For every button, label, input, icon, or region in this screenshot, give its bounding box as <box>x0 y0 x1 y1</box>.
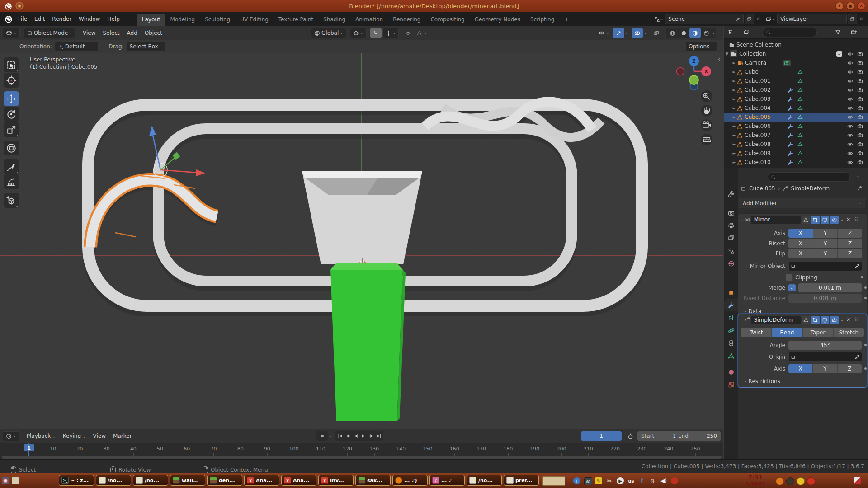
outliner-filter-dropdown[interactable]: ⌄ <box>832 28 848 37</box>
jump-to-end-button[interactable] <box>375 432 382 440</box>
launcher-file-icon[interactable] <box>12 477 19 484</box>
timeline-menu-playback[interactable]: Playback ⌄ <box>23 431 59 441</box>
taskbar-button-12[interactable]: /ho... <box>467 475 502 486</box>
breadcrumb-pin-icon[interactable] <box>857 184 863 191</box>
bisect-distance-field[interactable]: 0.001 m <box>788 294 862 303</box>
xray-toggle[interactable] <box>651 28 662 38</box>
deform-axis-x[interactable]: X <box>788 364 813 373</box>
taskbar-button-2[interactable]: /ho... <box>96 475 131 486</box>
render-toggle[interactable] <box>830 316 839 324</box>
scene-selector[interactable]: ⌄ Scene ✕ <box>654 14 763 24</box>
screenshot-icon[interactable]: ◎ <box>584 477 592 485</box>
tab-physics[interactable] <box>724 324 738 336</box>
gizmos-dropdown[interactable]: ⌄ <box>625 31 628 35</box>
menu-help[interactable]: Help <box>104 14 123 24</box>
play-button[interactable] <box>359 432 367 440</box>
viewport-canvas[interactable]: Z X ‹ <box>0 53 723 429</box>
keying-dropdown[interactable]: ⌄ <box>329 434 332 438</box>
mirror-flip-x[interactable]: X <box>788 249 813 258</box>
tab-object[interactable] <box>724 286 738 298</box>
tool-scale[interactable] <box>4 122 19 137</box>
outliner-item-cube.007[interactable]: ►Cube.007 <box>724 131 868 140</box>
play-icon[interactable]: ▶ <box>617 477 624 484</box>
session-icon[interactable] <box>776 477 784 485</box>
minimize-button[interactable]: ▾ <box>835 2 844 10</box>
bluetooth-icon[interactable]: ᛒ <box>638 477 646 484</box>
modifier-extras-dropdown[interactable]: ⌄ <box>840 218 844 222</box>
taskbar-button-1[interactable]: >_~ : z... <box>59 475 94 486</box>
network-icon[interactable]: ⇅ <box>649 477 656 484</box>
overlays-dropdown[interactable]: ⌄ <box>644 31 647 35</box>
collapse-arrow[interactable]: ⌄ <box>740 218 743 222</box>
unlink-scene-icon[interactable]: ✕ <box>756 16 760 22</box>
new-scene-button[interactable] <box>745 14 754 24</box>
show-in-editmode-off-toggle[interactable] <box>802 316 810 324</box>
tool-cursor[interactable] <box>4 73 19 88</box>
properties-options-dropdown[interactable]: ⌄ <box>856 174 859 178</box>
play-reverse-button[interactable] <box>352 432 359 440</box>
tab-constraints[interactable] <box>724 337 738 349</box>
outliner-item-cube.008[interactable]: ►Cube.008 <box>724 140 868 149</box>
tab-world[interactable] <box>724 258 738 269</box>
tool-select-box[interactable] <box>4 57 19 72</box>
playhead-frame-badge[interactable]: 1 <box>24 444 34 451</box>
taskbar-button-5[interactable]: den... <box>207 475 242 486</box>
deform-axis-z[interactable]: Z <box>838 364 862 373</box>
keyboard-layout[interactable]: us <box>627 477 635 484</box>
tab-compositing[interactable]: Compositing <box>425 14 469 26</box>
tab-sculpting[interactable]: Sculpting <box>200 14 235 26</box>
mirror-flip-y[interactable]: Y <box>813 249 838 258</box>
previous-keyframe-button[interactable] <box>344 432 352 440</box>
outliner-item-cube.009[interactable]: ►Cube.009 <box>724 149 868 158</box>
snap-toggle[interactable] <box>370 28 382 38</box>
editor-type-button[interactable]: ⌄ <box>3 28 20 38</box>
info-icon[interactable]: i <box>573 477 580 484</box>
origin-object-field[interactable] <box>788 352 862 362</box>
taskbar-button-8[interactable]: VInv... <box>318 475 354 486</box>
tool-move[interactable] <box>4 91 19 106</box>
shading-dropdown[interactable]: ⌄ <box>712 28 715 38</box>
modifier-extras-dropdown[interactable]: ⌄ <box>840 318 844 322</box>
scene-name-field[interactable]: Scene <box>665 14 744 24</box>
timeline-scrollbar[interactable] <box>2 456 722 459</box>
modifier-drag-handle[interactable]: ⠿ <box>854 317 859 323</box>
tab-particles[interactable] <box>724 312 738 324</box>
tab-output[interactable] <box>724 220 738 231</box>
outliner-editor-type-button[interactable]: ⌄ <box>725 28 741 37</box>
tab-data[interactable] <box>724 350 738 361</box>
shading-material-preview-button[interactable] <box>689 28 701 38</box>
add-modifier-button[interactable]: Add Modifier ⌄ <box>739 198 865 208</box>
next-keyframe-button[interactable] <box>367 432 375 440</box>
outliner-item-cube.005[interactable]: ►Cube.005 <box>724 113 868 122</box>
tab-material[interactable] <box>724 366 738 378</box>
mirror-object-field[interactable] <box>788 261 862 271</box>
render-toggle[interactable] <box>830 216 839 224</box>
realtime-toggle[interactable] <box>821 316 829 324</box>
viewport-menu-view[interactable]: View <box>79 28 99 38</box>
timeline-editor-type-button[interactable]: ⌄ <box>3 431 19 441</box>
options-dropdown[interactable]: Options⌄ <box>685 42 717 52</box>
gizmos-toggle[interactable] <box>613 28 624 38</box>
tool-add-cube[interactable] <box>4 193 19 208</box>
tool-annotate[interactable] <box>4 159 19 174</box>
tab-geometry-nodes[interactable]: Geometry Nodes <box>470 14 525 26</box>
proportional-editing-toggle[interactable] <box>402 28 414 38</box>
volume-icon[interactable]: ◀) <box>660 477 667 484</box>
new-view-layer-button[interactable] <box>848 14 857 24</box>
tab-animation[interactable]: Animation <box>350 14 388 26</box>
tab-layout[interactable]: Layout <box>137 14 165 26</box>
angle-field[interactable]: 45° <box>788 341 862 350</box>
deform-mode-bend[interactable]: Bend <box>772 328 802 337</box>
mirror-axis-x[interactable]: X <box>788 229 813 238</box>
taskbar-button-4[interactable]: wall... <box>170 475 205 486</box>
edit-mode-toggle[interactable] <box>811 216 820 224</box>
modifier-close-icon[interactable]: ✕ <box>846 216 850 223</box>
orientation-setting-dropdown[interactable]: Default⌄ <box>55 42 99 52</box>
pin-icon[interactable] <box>735 16 741 22</box>
clock[interactable]: 7:31 1/15/24 <box>738 474 773 487</box>
jump-to-start-button[interactable] <box>336 432 344 440</box>
outliner-row[interactable]: Scene Collection <box>724 40 868 49</box>
blender-menu-icon[interactable] <box>5 15 13 23</box>
timeline-ruler[interactable]: 1020304050607080901001101201301401501601… <box>0 443 723 460</box>
taskbar-input-box[interactable] <box>542 476 565 486</box>
